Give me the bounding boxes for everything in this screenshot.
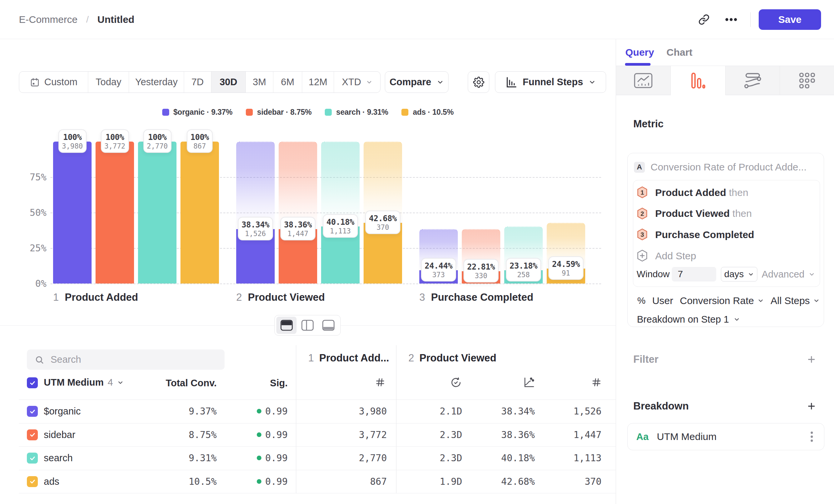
funnel-bar-step1-sidebar[interactable] bbox=[95, 142, 134, 283]
funnel-bar-faint-step2-search bbox=[321, 142, 359, 227]
tab-metrics-grid[interactable] bbox=[780, 66, 834, 95]
row-avg-time: 1.9D bbox=[440, 476, 462, 487]
funnel-bar-faint-step2-sidebar bbox=[279, 142, 317, 229]
save-button[interactable]: Save bbox=[759, 9, 821, 30]
row-divider bbox=[19, 493, 616, 494]
advanced-label: Advanced bbox=[762, 269, 805, 280]
search-input[interactable] bbox=[50, 354, 217, 365]
bar-percent: 38.34% bbox=[242, 220, 269, 230]
measure-scope-dropdown[interactable]: All Steps bbox=[771, 295, 820, 306]
row-checkbox[interactable] bbox=[27, 476, 38, 487]
row-avg-time: 2.1D bbox=[440, 406, 462, 417]
table-row-$organic[interactable]: $organic9.37%0.993,9802.1D38.34%1,526 bbox=[0, 399, 616, 423]
breadcrumb-page-title[interactable]: Untitled bbox=[97, 14, 134, 25]
more-menu-icon[interactable] bbox=[722, 10, 741, 29]
sig-dot bbox=[257, 479, 261, 484]
step-axis-label[interactable]: 2Product Viewed bbox=[236, 292, 325, 303]
layout-split-vertical-button[interactable] bbox=[297, 317, 317, 334]
step-number: 1 bbox=[308, 352, 314, 364]
table-row-ads[interactable]: ads10.5%0.998671.9D42.68%370 bbox=[0, 470, 616, 493]
advanced-dropdown[interactable]: Advanced bbox=[762, 269, 815, 280]
legend-item-search[interactable]: search · 9.31% bbox=[325, 108, 388, 117]
step-axis-label[interactable]: 1Product Added bbox=[53, 292, 138, 303]
total-conv-column-header[interactable]: Total Conv. bbox=[166, 378, 217, 389]
bar-percent: 38.36% bbox=[284, 220, 312, 230]
bar-value-label-step2-ads: 42.68%370 bbox=[365, 210, 400, 234]
funnel-bar-step1-ads[interactable] bbox=[180, 142, 219, 283]
y-axis-label: 25% bbox=[19, 243, 46, 254]
chevron-down-icon bbox=[733, 316, 740, 323]
sig-column-header[interactable]: Sig. bbox=[270, 378, 288, 389]
step-axis-label[interactable]: 3Purchase Completed bbox=[419, 292, 533, 303]
breakdown-on-dropdown[interactable]: Breakdown on Step 1 bbox=[637, 314, 740, 325]
bar-count: 373 bbox=[425, 271, 453, 279]
measure-entity[interactable]: User bbox=[652, 295, 673, 306]
bar-percent: 23.18% bbox=[509, 261, 537, 271]
metric-section-title: Metric bbox=[633, 118, 663, 130]
filter-section-title: Filter bbox=[633, 353, 659, 365]
measure-metric-dropdown[interactable]: Conversion Rate bbox=[680, 295, 764, 306]
chart-legend: $organic · 9.37%sidebar · 8.75%search · … bbox=[0, 108, 616, 117]
add-breakdown-button[interactable] bbox=[807, 402, 816, 411]
row-total-conv: 9.37% bbox=[189, 406, 217, 417]
tab-funnel-bars[interactable] bbox=[671, 66, 726, 95]
funnel-bar-step1-search[interactable] bbox=[138, 142, 176, 283]
link-icon[interactable] bbox=[695, 10, 713, 29]
kebab-menu-icon[interactable] bbox=[807, 431, 817, 442]
bar-percent: 100% bbox=[191, 132, 209, 142]
breakdown-item-card[interactable]: Aa UTM Medium bbox=[627, 423, 825, 450]
tab-flows[interactable] bbox=[726, 66, 780, 95]
query-step-1[interactable]: 1Product Added then bbox=[637, 186, 748, 199]
layout-split-horizontal-button[interactable] bbox=[276, 317, 297, 334]
window-label: Window bbox=[637, 269, 670, 279]
window-unit-dropdown[interactable]: days bbox=[721, 267, 758, 281]
bar-count: 3,772 bbox=[105, 142, 125, 151]
legend-item-$organic[interactable]: $organic · 9.37% bbox=[162, 108, 233, 117]
legend-label: $organic · 9.37% bbox=[174, 108, 233, 117]
row-conv-rate: 42.68% bbox=[501, 476, 535, 487]
legend-item-ads[interactable]: ads · 10.5% bbox=[401, 108, 454, 117]
layout-table-only-button[interactable] bbox=[319, 317, 339, 334]
table-step2-header: 2 Product Viewed bbox=[409, 352, 496, 364]
add-step-row[interactable]: Add Step bbox=[637, 250, 696, 262]
legend-swatch bbox=[162, 109, 169, 116]
table-row-search[interactable]: search9.31%0.992,7702.3D40.18%1,113 bbox=[0, 446, 616, 469]
line-chart-icon bbox=[634, 73, 653, 88]
row-name: $organic bbox=[44, 406, 81, 417]
query-step-2[interactable]: 2Product Viewed then bbox=[637, 207, 752, 220]
legend-item-sidebar[interactable]: sidebar · 8.75% bbox=[246, 108, 311, 117]
bar-value-label-step3-sidebar: 22.81%330 bbox=[463, 259, 499, 282]
row-checkbox[interactable] bbox=[27, 453, 38, 463]
add-step-hexagon-icon bbox=[637, 250, 648, 262]
query-step-3[interactable]: 3Purchase Completed bbox=[637, 228, 754, 241]
row-total-conv: 10.5% bbox=[189, 476, 217, 487]
window-value-input[interactable]: 7 bbox=[672, 267, 716, 281]
row-sig: 0.99 bbox=[265, 453, 288, 463]
row-checkbox[interactable] bbox=[27, 406, 38, 417]
add-filter-button[interactable] bbox=[807, 355, 816, 364]
bar-count: 91 bbox=[552, 269, 580, 277]
percent-icon: % bbox=[637, 295, 645, 306]
step-name: Product Add... bbox=[319, 352, 389, 364]
sig-dot bbox=[257, 409, 261, 413]
select-all-checkbox[interactable] bbox=[27, 377, 38, 388]
group-column-header[interactable]: UTM Medium 4 bbox=[44, 377, 124, 388]
row-checkbox[interactable] bbox=[27, 429, 38, 440]
grid-dots-icon bbox=[798, 72, 816, 89]
tab-chart[interactable]: Chart bbox=[666, 39, 692, 66]
check-icon bbox=[29, 431, 36, 438]
bar-count: 3,980 bbox=[62, 142, 83, 151]
breakdown-table: 1 Product Add... 2 Product Viewed bbox=[0, 338, 616, 504]
funnel-bar-step1-$organic[interactable] bbox=[53, 142, 92, 283]
tab-line-chart[interactable] bbox=[616, 66, 671, 95]
metric-header[interactable]: A Conversion Rate of Product Adde... bbox=[634, 161, 807, 173]
sig-dot bbox=[257, 432, 261, 437]
row-name: ads bbox=[44, 476, 59, 487]
tab-query[interactable]: Query bbox=[626, 39, 654, 66]
bar-count: 370 bbox=[369, 224, 397, 232]
breadcrumb-section[interactable]: E-Commerce bbox=[19, 14, 78, 25]
bar-value-label-step2-search: 40.18%1,113 bbox=[323, 214, 358, 238]
measure-scope-label: All Steps bbox=[771, 295, 810, 306]
step-event-name: Product Added then bbox=[655, 187, 748, 198]
table-row-sidebar[interactable]: sidebar8.75%0.993,7722.3D38.36%1,447 bbox=[0, 423, 616, 446]
